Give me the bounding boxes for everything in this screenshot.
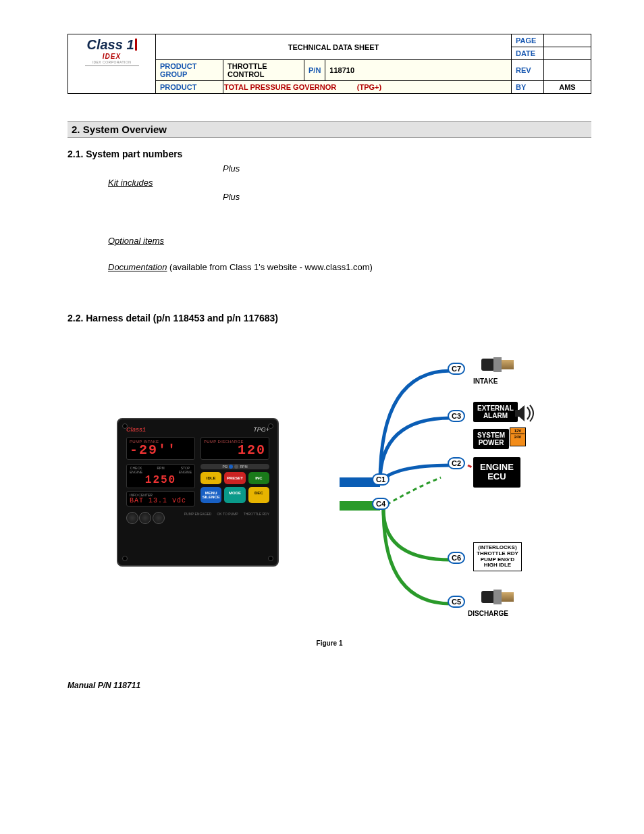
node-c7: C7 bbox=[448, 363, 465, 375]
documentation-line: Documentation (available from Class 1's … bbox=[108, 262, 591, 272]
rpm-stop-engine: STOP ENGINE bbox=[179, 466, 192, 474]
intake-label: INTAKE bbox=[473, 377, 498, 385]
optional-items-label: Optional items bbox=[108, 236, 591, 246]
rpm-caption: RPM bbox=[157, 466, 164, 474]
toggle-dot-icon bbox=[229, 465, 233, 469]
logo-bar-icon bbox=[135, 38, 137, 51]
product-value-cell: TOTAL PRESSURE GOVERNOR (TPG+) bbox=[223, 81, 512, 94]
pn-label: P/N bbox=[304, 60, 325, 81]
logo-brand-text: Class 1 bbox=[86, 37, 134, 52]
panel-mid-left: CHECK ENGINE RPM STOP ENGINE 1250 INFO C… bbox=[126, 464, 195, 506]
external-alarm-box: EXTERNAL ALARM bbox=[473, 402, 518, 422]
logo-cell: Class 1 IDEX IDEX CORPORATION bbox=[68, 34, 156, 94]
doc-title: TECHNICAL DATA SHEET bbox=[288, 43, 379, 51]
logo-class1: Class 1 bbox=[71, 37, 153, 53]
panel-mid-row: CHECK ENGINE RPM STOP ENGINE 1250 INFO C… bbox=[126, 464, 269, 506]
panel-brand: Class1 bbox=[126, 426, 146, 433]
engine-ecu-box: ENGINE ECU bbox=[473, 457, 520, 488]
pn-value: 118710 bbox=[325, 60, 512, 81]
screw-icon bbox=[268, 556, 273, 561]
dec-button[interactable]: DEC bbox=[248, 487, 269, 503]
screw-icon bbox=[122, 556, 128, 561]
by-label: BY bbox=[512, 81, 544, 94]
status-throttle-rdy: THROTTLE RDY bbox=[244, 512, 269, 525]
node-c2: C2 bbox=[448, 457, 465, 469]
status-ok-to-pump: OK TO PUMP bbox=[217, 512, 238, 525]
subhead-harness: 2.2. Harness detail (p/n 118453 and p/n … bbox=[68, 313, 591, 323]
v12-label: 12V bbox=[511, 429, 525, 433]
rpm-tiny-row: CHECK ENGINE RPM STOP ENGINE bbox=[130, 466, 192, 474]
inc-button[interactable]: INC bbox=[248, 472, 269, 484]
status-pump-engaged: PUMP ENGAGED bbox=[184, 512, 212, 525]
intake-sensor-icon bbox=[481, 356, 514, 373]
sound-icon bbox=[512, 403, 535, 425]
lcd-discharge: PUMP DISCHARGE 120 bbox=[200, 437, 269, 460]
footer-manual-pn: Manual P/N 118711 bbox=[68, 681, 591, 690]
logo-idex: IDEX bbox=[71, 53, 153, 60]
preset-button[interactable]: PRESET bbox=[224, 472, 245, 484]
figure-1-wrap: Class1 TPG+ PUMP INTAKE -29'' PUMP DISCH… bbox=[68, 350, 591, 634]
plus-1: Plus bbox=[223, 163, 591, 174]
lcd-intake: PUMP INTAKE -29'' bbox=[126, 437, 195, 460]
system-power-box: SYSTEM POWER bbox=[473, 429, 509, 449]
panel-button-grid: IDLE PRESET INC MENU SILENCE MODE DEC bbox=[200, 472, 269, 503]
gauge-group-1 bbox=[126, 512, 165, 525]
node-c1: C1 bbox=[372, 473, 390, 486]
node-c5: C5 bbox=[448, 596, 465, 608]
node-c3: C3 bbox=[448, 410, 465, 422]
product-group-label: PRODUCT GROUP bbox=[156, 60, 223, 81]
menu-silence-button[interactable]: MENU SILENCE bbox=[200, 487, 221, 503]
wiring-diagram: C1 C4 C7 C3 C2 C6 C5 INTAKE EXTERNAL ALA… bbox=[340, 350, 542, 634]
lcd-rpm: CHECK ENGINE RPM STOP ENGINE 1250 bbox=[126, 464, 195, 488]
panel-bottom-row: PUMP ENGAGED OK TO PUMP THROTTLE RDY bbox=[126, 512, 269, 525]
title-cell: TECHNICAL DATA SHEET bbox=[156, 34, 512, 60]
product-group-value: THROTTLE CONTROL bbox=[223, 60, 304, 81]
discharge-label: DISCHARGE bbox=[468, 610, 508, 617]
psi-rpm-toggle: PSI RPM bbox=[200, 464, 269, 469]
status-led-row: PUMP ENGAGED OK TO PUMP THROTTLE RDY bbox=[184, 512, 269, 525]
interlocks-box: (INTERLOCKS) THROTTLE RDY PUMP ENG'D HIG… bbox=[473, 542, 522, 571]
product-label: PRODUCT bbox=[156, 81, 223, 94]
toggle-dot-icon bbox=[234, 465, 238, 469]
screw-icon bbox=[268, 423, 273, 429]
toggle-rpm-label: RPM bbox=[240, 465, 247, 469]
rpm-check-engine: CHECK ENGINE bbox=[130, 466, 142, 474]
lcd-intake-value: -29'' bbox=[130, 444, 192, 457]
page-value bbox=[544, 34, 591, 47]
header-table: Class 1 IDEX IDEX CORPORATION TECHNICAL … bbox=[68, 34, 591, 94]
node-c6: C6 bbox=[448, 552, 465, 564]
gauge-icon bbox=[153, 512, 165, 524]
documentation-note: (available from Class 1's website - www.… bbox=[167, 262, 372, 272]
plus-2: Plus bbox=[223, 192, 591, 202]
voltage-badge: 12V 24V bbox=[510, 427, 526, 446]
documentation-label: Documentation bbox=[108, 262, 167, 272]
logo-sub-tag: IDEX CORPORATION bbox=[71, 60, 153, 64]
mode-button[interactable]: MODE bbox=[224, 487, 245, 503]
panel-lcd-row: PUMP INTAKE -29'' PUMP DISCHARGE 120 bbox=[126, 437, 269, 460]
idle-button[interactable]: IDLE bbox=[200, 472, 221, 484]
panel-model: TPG+ bbox=[253, 426, 269, 433]
rpm-value: 1250 bbox=[130, 474, 192, 486]
node-c4: C4 bbox=[372, 498, 390, 510]
product-value-main: TOTAL PRESSURE GOVERNOR bbox=[224, 83, 336, 91]
figure-caption: Figure 1 bbox=[68, 640, 591, 647]
gauge-icon bbox=[126, 512, 138, 524]
v24-label: 24V bbox=[511, 435, 525, 439]
panel-button-area: PSI RPM IDLE PRESET INC MENU SILENCE MOD… bbox=[200, 464, 269, 506]
panel-top-row: Class1 TPG+ bbox=[126, 426, 269, 433]
gauge-icon bbox=[139, 512, 151, 524]
rev-label: REV bbox=[512, 60, 544, 81]
subhead-part-numbers: 2.1. System part numbers bbox=[68, 149, 591, 159]
logo-rule-icon bbox=[85, 66, 139, 66]
kit-includes-label: Kit includes bbox=[108, 178, 591, 188]
page-label: PAGE bbox=[512, 34, 544, 47]
discharge-sensor-icon bbox=[481, 588, 514, 606]
section-overview-heading: 2. System Overview bbox=[68, 121, 591, 138]
by-value: AMS bbox=[544, 81, 591, 94]
lcd-discharge-value: 120 bbox=[204, 444, 266, 457]
info-value: BAT 13.1 vdc bbox=[130, 497, 192, 504]
date-label: DATE bbox=[512, 47, 544, 60]
screw-icon bbox=[122, 423, 128, 429]
date-value bbox=[544, 47, 591, 60]
lcd-info: INFO CENTER BAT 13.1 vdc bbox=[126, 491, 195, 506]
